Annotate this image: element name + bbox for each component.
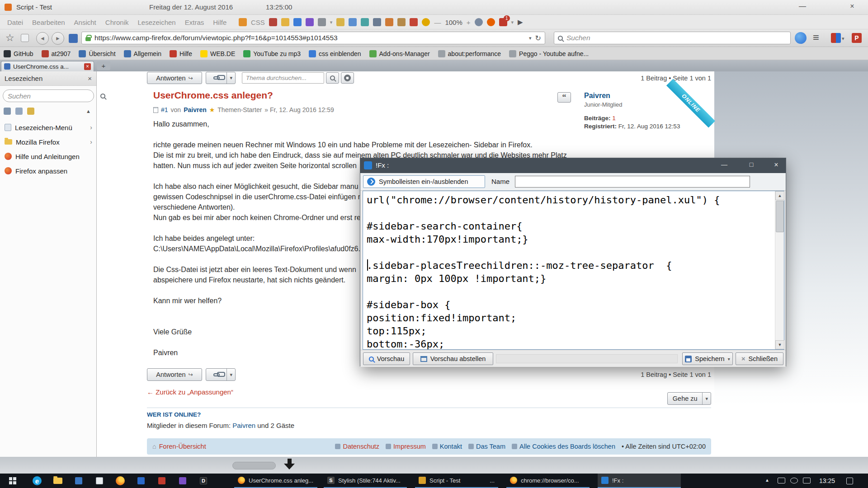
download-icon[interactable] (281, 18, 289, 26)
post-number-link[interactable]: #1 (161, 106, 168, 113)
url-input[interactable] (94, 34, 525, 42)
sidebar-close-icon[interactable]: × (88, 75, 92, 82)
palette-icon[interactable] (306, 18, 314, 26)
sync-icon[interactable] (475, 18, 483, 26)
view-menu-icon[interactable] (15, 108, 23, 115)
css-code-editor[interactable]: url("chrome://browser/content/history/hi… (363, 191, 784, 350)
cookie-icon[interactable] (397, 18, 406, 26)
taskbar-button-script-test[interactable]: Script - Test ... (415, 474, 498, 488)
red-app-icon[interactable] (152, 474, 172, 488)
new-tab-button[interactable]: + (97, 61, 110, 70)
menu-item[interactable]: Extras (180, 19, 209, 26)
blue-app-icon[interactable] (69, 474, 89, 488)
play-icon[interactable]: ▶ (518, 18, 523, 26)
reply-button-bottom[interactable]: Antworten↪ (147, 368, 202, 381)
notes-icon[interactable] (239, 18, 247, 26)
grid-icon[interactable] (373, 18, 381, 26)
topic-search-button[interactable] (326, 72, 339, 84)
devtools-icon[interactable] (361, 18, 369, 26)
footer-link-team[interactable]: Das Team (468, 443, 505, 450)
window-icon[interactable] (349, 18, 357, 26)
forward-button[interactable]: ► (52, 32, 64, 45)
url-dropdown-icon[interactable]: ▾ (529, 35, 532, 41)
close-button[interactable]: × (844, 2, 860, 10)
reload-icon[interactable]: ↻ (535, 34, 541, 42)
scrollbar-down-button[interactable]: ▼ (775, 340, 784, 349)
tab-groups-icon[interactable] (69, 34, 78, 43)
smiley-icon[interactable] (422, 18, 430, 26)
sidebar-collapse-icon[interactable]: ▲ (86, 108, 91, 114)
bookmark-item[interactable]: Hilfe (170, 50, 192, 57)
topic-search-input[interactable] (246, 75, 326, 81)
chevron-down-icon[interactable]: ▾ (330, 19, 333, 25)
gear-icon[interactable] (318, 18, 326, 26)
profile-name-link[interactable]: Paivren (584, 92, 610, 100)
post-author-link[interactable]: Paivren (184, 106, 207, 113)
dialog-close-button[interactable]: × (769, 161, 783, 169)
bookmark-item[interactable]: WEB.DE (200, 50, 235, 57)
bookmark-item[interactable]: Übersicht (79, 50, 115, 57)
topic-tools-button-bottom[interactable]: ▾ (206, 368, 236, 381)
screenshot-icon[interactable] (269, 18, 277, 26)
back-button[interactable]: ◄ (36, 32, 49, 45)
extension-icon[interactable] (410, 18, 418, 26)
scrollbar-thumb[interactable] (776, 201, 784, 232)
goto-button[interactable]: Gehe zu ▾ (667, 392, 711, 405)
zoom-in-button[interactable]: + (467, 19, 471, 26)
quote-button[interactable]: “ (557, 92, 571, 103)
edge-icon[interactable]: e (27, 474, 47, 488)
start-button[interactable] (0, 474, 25, 488)
topic-tools-button[interactable]: ▾ (206, 72, 236, 84)
preview-button[interactable]: Vorschau (363, 352, 410, 365)
save-button[interactable]: Speichern ▾ (682, 352, 733, 365)
tab-userchrome[interactable]: UserChrome.css a... × (1, 61, 94, 71)
pocket-icon[interactable]: P (852, 33, 862, 43)
menu-item[interactable]: Datei (3, 19, 28, 26)
view-all-icon[interactable] (27, 108, 34, 115)
image-icon[interactable] (385, 18, 393, 26)
photos-app-icon[interactable] (173, 474, 193, 488)
topic-settings-button[interactable] (341, 72, 354, 84)
adblock-icon[interactable]: 1 (499, 18, 507, 26)
menu-item[interactable]: Ansicht (70, 19, 101, 26)
sidebar-search-input[interactable] (8, 92, 98, 100)
sidebar-search-box[interactable] (3, 89, 94, 102)
white-app-icon[interactable] (90, 474, 109, 488)
sidebar-item-hilfe[interactable]: Hilfe und Anleitungen (0, 149, 97, 164)
footer-link-cookies[interactable]: Alle Cookies des Boards löschen (512, 443, 615, 450)
quill-app-icon[interactable] (131, 474, 151, 488)
view-toolbar-icon[interactable] (4, 108, 11, 115)
sidebar-item-mozilla-firefox[interactable]: Mozilla Firefox › (0, 135, 97, 149)
bookmark-item[interactable]: Peggo - Youtube aufne... (509, 50, 589, 57)
menu-item[interactable]: Lesezeichen (133, 19, 180, 26)
scrollbar-up-button[interactable]: ▲ (775, 191, 784, 200)
topic-title[interactable]: UserChrome.css anlegen? (153, 90, 273, 101)
reading-list-icon[interactable] (21, 34, 29, 42)
bookmark-item[interactable]: css einblenden (309, 50, 361, 57)
hamburger-menu-icon[interactable]: ≡ (813, 31, 819, 44)
volume-tray-icon[interactable] (803, 478, 811, 483)
tray-expand-icon[interactable]: ▲ (765, 478, 769, 483)
bookmark-item[interactable]: Add-ons-Manager (369, 50, 430, 57)
url-bar[interactable]: ▾ ↻ (81, 32, 545, 44)
search-bar[interactable] (554, 32, 791, 44)
css-toggle-label[interactable]: CSS (251, 19, 265, 26)
bookmark-item[interactable]: about:performance (438, 50, 501, 57)
d-app-icon[interactable]: D (193, 474, 213, 488)
style-name-input[interactable] (515, 176, 750, 188)
campfirefox-logo-icon[interactable] (795, 32, 807, 44)
toggle-toolbars-button[interactable]: Symbolleisten ein-/ausblenden (363, 175, 485, 188)
firefox-icon[interactable] (110, 474, 130, 488)
taskbar-button-chrome-folder[interactable]: chrome://browser/co... (506, 474, 590, 488)
back-to-forum-link[interactable]: ← Zurück zu „Anpassungen“ (147, 388, 233, 396)
keyboard-tray-icon[interactable] (778, 478, 785, 483)
bookmark-item[interactable]: at2907 (42, 50, 71, 57)
preview-off-button[interactable]: Vorschau abstellen (413, 352, 493, 365)
bookmark-star-icon[interactable]: ☆ (5, 32, 14, 44)
topic-tools-dropdown-icon[interactable]: ▾ (226, 72, 235, 84)
bookmark-item[interactable]: Allgemein (124, 50, 161, 57)
file-explorer-icon[interactable] (48, 474, 68, 488)
footer-link-impressum[interactable]: Impressum (386, 443, 426, 450)
footer-link-datenschutz[interactable]: Datenschutz (335, 443, 379, 450)
sidebar-item-anpassen[interactable]: Firefox anpassen (0, 164, 97, 178)
